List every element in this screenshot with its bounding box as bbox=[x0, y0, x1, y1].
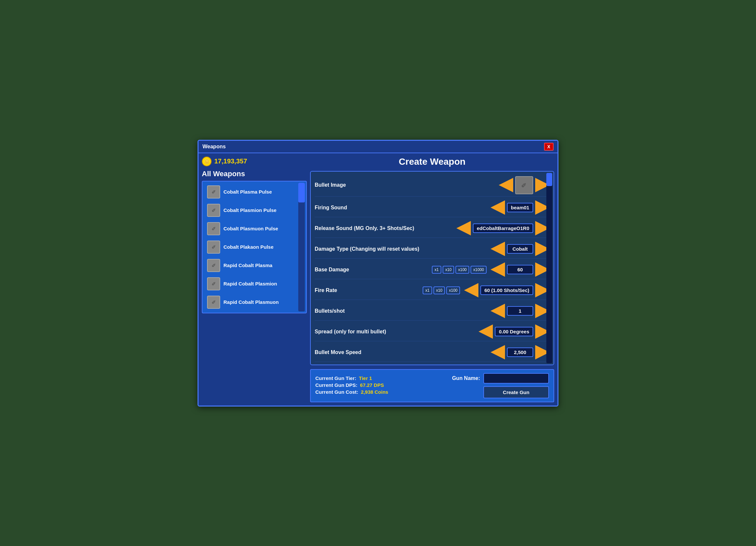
fire-rate-value: 60 (1.00 Shots/Sec) bbox=[480, 285, 533, 295]
fire-rate-arrow-left[interactable] bbox=[464, 283, 478, 298]
all-weapons-heading: All Weapons bbox=[202, 170, 307, 178]
create-weapon-title: Create Weapon bbox=[310, 157, 554, 167]
weapon-icon bbox=[207, 277, 220, 290]
dps-value: 67.27 DPS bbox=[360, 382, 384, 388]
tier-row: Current Gun Tier: Tier 1 bbox=[315, 375, 446, 381]
weapon-item[interactable]: Cobalt Plakaon Pulse bbox=[204, 239, 304, 256]
base-damage-arrow-left[interactable] bbox=[491, 263, 505, 277]
bottom-panel: Current Gun Tier: Tier 1 Current Gun DPS… bbox=[310, 369, 554, 402]
base-damage-label: Base Damage bbox=[315, 267, 432, 273]
base-damage-mult-x1000[interactable]: x1000 bbox=[471, 266, 487, 274]
title-bar: Weapons X bbox=[199, 141, 557, 153]
config-row-spread: Spread (only for multi bullet)0.00 Degre… bbox=[315, 323, 550, 341]
weapon-item[interactable]: Rapid Cobalt Plasma bbox=[204, 257, 304, 274]
left-panel: 🪙 17,193,357 All Weapons Cobalt Plasma P… bbox=[202, 157, 307, 402]
gun-name-input[interactable] bbox=[483, 373, 549, 384]
fire-rate-mult-x1[interactable]: x1 bbox=[423, 286, 432, 294]
bullet-image-label: Bullet Image bbox=[315, 182, 499, 188]
weapon-name: Rapid Cobalt Plasmion bbox=[223, 281, 277, 286]
firing-sound-label: Firing Sound bbox=[315, 205, 491, 211]
config-row-firing-sound: Firing Soundbeam01 bbox=[315, 199, 550, 217]
spread-controls: 0.00 Degrees bbox=[478, 325, 550, 339]
bullets-shot-label: Bullets/shot bbox=[315, 308, 491, 314]
bullet-speed-arrow-left[interactable] bbox=[491, 345, 505, 360]
gun-name-row: Gun Name: bbox=[452, 373, 549, 384]
bullet-speed-controls: 2,500 bbox=[491, 345, 550, 360]
bullet-speed-label: Bullet Move Speed bbox=[315, 349, 491, 355]
weapon-icon bbox=[207, 222, 220, 235]
bullets-shot-arrow-left[interactable] bbox=[491, 304, 505, 318]
config-scrollbar-thumb bbox=[546, 173, 552, 186]
scrollbar-thumb bbox=[298, 183, 305, 202]
bullet-image-icon bbox=[521, 181, 527, 189]
weapon-icon bbox=[207, 204, 220, 217]
fire-rate-mult-x100[interactable]: x100 bbox=[446, 286, 460, 294]
gun-name-section: Gun Name: Create Gun bbox=[452, 373, 549, 398]
firing-sound-controls: beam01 bbox=[491, 200, 550, 215]
fire-rate-controls: x1x10x10060 (1.00 Shots/Sec) bbox=[423, 283, 550, 298]
spread-arrow-left[interactable] bbox=[478, 325, 493, 339]
weapon-name: Cobalt Plasmuon Pulse bbox=[223, 226, 278, 231]
base-damage-mult-x100[interactable]: x100 bbox=[455, 266, 469, 274]
release-sound-value: edCobaltBarrageO1R0 bbox=[473, 223, 533, 233]
config-row-bullets-shot: Bullets/shot1 bbox=[315, 302, 550, 321]
weapon-name: Cobalt Plasmion Pulse bbox=[223, 207, 277, 213]
release-sound-arrow-left[interactable] bbox=[456, 221, 471, 236]
base-damage-controls: x1x10x100x100060 bbox=[432, 263, 550, 277]
damage-type-value: Cobalt bbox=[507, 244, 533, 254]
weapon-item[interactable]: Rapid Cobalt Plasmuon bbox=[204, 294, 304, 311]
config-row-bullet-image: Bullet Image bbox=[315, 174, 550, 197]
base-damage-mult-x10[interactable]: x10 bbox=[443, 266, 454, 274]
bullet-image-arrow-left[interactable] bbox=[499, 178, 513, 192]
weapon-icon bbox=[207, 185, 220, 199]
close-button[interactable]: X bbox=[544, 143, 554, 151]
spread-value: 0.00 Degrees bbox=[495, 327, 533, 336]
base-damage-mult-x1[interactable]: x1 bbox=[432, 266, 441, 274]
bullet-image-box bbox=[515, 176, 533, 194]
tier-value: Tier 1 bbox=[359, 375, 372, 381]
config-panel: Bullet ImageFiring Soundbeam01Release So… bbox=[310, 171, 554, 365]
weapon-icon bbox=[207, 259, 220, 272]
create-gun-button[interactable]: Create Gun bbox=[483, 386, 549, 398]
release-sound-label: Release Sound (MG Only. 3+ Shots/Sec) bbox=[315, 225, 456, 231]
weapon-item[interactable]: Rapid Cobalt Plasmion bbox=[204, 275, 304, 292]
config-scrollbar[interactable] bbox=[546, 173, 552, 363]
firing-sound-arrow-left[interactable] bbox=[491, 200, 505, 215]
weapons-list-container: Cobalt Plasma Pulse Cobalt Plasmion Puls… bbox=[202, 181, 307, 313]
window-title: Weapons bbox=[202, 144, 226, 150]
weapon-name: Rapid Cobalt Plasmuon bbox=[223, 299, 279, 305]
cost-row: Current Gun Cost: 2,938 Coins bbox=[315, 389, 446, 395]
weapon-name: Rapid Cobalt Plasma bbox=[223, 263, 272, 268]
dps-label: Current Gun DPS: bbox=[315, 382, 357, 388]
weapon-item[interactable]: Cobalt Plasmion Pulse bbox=[204, 202, 304, 219]
bullet-image-controls bbox=[499, 176, 550, 194]
spread-label: Spread (only for multi bullet) bbox=[315, 329, 478, 335]
bullets-shot-controls: 1 bbox=[491, 304, 550, 318]
base-damage-value: 60 bbox=[507, 265, 533, 274]
damage-type-label: Damage Type (Changing will reset values) bbox=[315, 246, 491, 252]
gun-name-label: Gun Name: bbox=[452, 375, 480, 381]
weapon-name: Cobalt Plakaon Pulse bbox=[223, 244, 274, 250]
weapon-item[interactable]: Cobalt Plasma Pulse bbox=[204, 183, 304, 200]
config-row-bullet-speed: Bullet Move Speed2,500 bbox=[315, 343, 550, 362]
main-content: 🪙 17,193,357 All Weapons Cobalt Plasma P… bbox=[199, 153, 557, 406]
weapons-scrollbar[interactable] bbox=[298, 183, 305, 311]
fire-rate-label: Fire Rate bbox=[315, 287, 423, 293]
fire-rate-mult-x10[interactable]: x10 bbox=[433, 286, 445, 294]
right-panel: Create Weapon Bullet ImageFiring Soundbe… bbox=[310, 157, 554, 402]
weapon-icon bbox=[207, 296, 220, 309]
base-damage-multipliers: x1x10x100x1000 bbox=[432, 266, 487, 274]
damage-type-controls: Cobalt bbox=[491, 242, 550, 256]
weapons-list: Cobalt Plasma Pulse Cobalt Plasmion Puls… bbox=[204, 183, 304, 311]
weapon-icon bbox=[207, 241, 220, 254]
cost-value: 2,938 Coins bbox=[361, 389, 388, 395]
gun-stats: Current Gun Tier: Tier 1 Current Gun DPS… bbox=[315, 375, 446, 396]
config-row-fire-rate: Fire Ratex1x10x10060 (1.00 Shots/Sec) bbox=[315, 281, 550, 300]
weapon-item[interactable]: Cobalt Plasmuon Pulse bbox=[204, 220, 304, 237]
damage-type-arrow-left[interactable] bbox=[491, 242, 505, 256]
cost-label: Current Gun Cost: bbox=[315, 389, 358, 395]
bullets-shot-value: 1 bbox=[507, 306, 533, 316]
bullet-speed-value: 2,500 bbox=[507, 347, 533, 357]
config-row-damage-type: Damage Type (Changing will reset values)… bbox=[315, 240, 550, 259]
release-sound-controls: edCobaltBarrageO1R0 bbox=[456, 221, 550, 236]
